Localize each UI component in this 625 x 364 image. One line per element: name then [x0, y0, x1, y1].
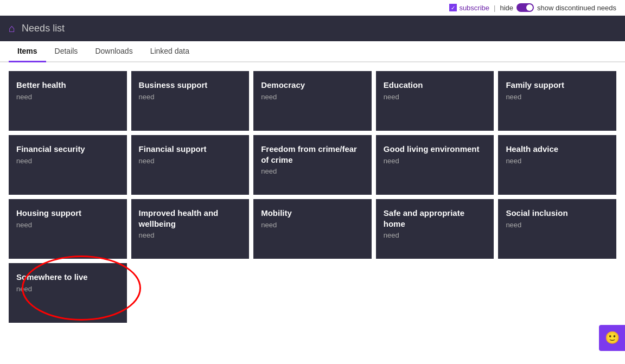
- grid-item-title: Improved health and wellbeing: [139, 208, 242, 229]
- grid-item-subtitle: need: [261, 221, 364, 229]
- grid-item-better-health[interactable]: Better healthneed: [9, 71, 127, 131]
- grid-item-social-inclusion[interactable]: Social inclusionneed: [498, 199, 616, 259]
- discontinued-toggle[interactable]: [516, 3, 534, 12]
- grid-item-title: Mobility: [261, 208, 364, 219]
- grid-item-subtitle: need: [384, 157, 487, 165]
- subscribe-label[interactable]: subscribe: [459, 4, 489, 12]
- grid-item-title: Financial security: [16, 144, 119, 155]
- subscribe-checkbox[interactable]: ✓: [449, 4, 457, 11]
- grid-item-somewhere-to-live[interactable]: Somewhere to liveneed: [9, 263, 127, 323]
- show-discontinued-label: show discontinued needs: [537, 4, 616, 12]
- grid-item-subtitle: need: [139, 93, 242, 101]
- tab-downloads[interactable]: Downloads: [86, 41, 141, 62]
- tab-items[interactable]: Items: [9, 41, 46, 62]
- grid-item-title: Democracy: [261, 80, 364, 91]
- grid-item-subtitle: need: [506, 221, 609, 229]
- tab-bar: Items Details Downloads Linked data: [0, 41, 625, 62]
- grid-item-title: Health advice: [506, 144, 609, 155]
- grid-item-title: Housing support: [16, 208, 119, 219]
- tab-linked-data[interactable]: Linked data: [142, 41, 198, 62]
- grid-item-title: Business support: [139, 80, 242, 91]
- chat-icon: 🙂: [605, 331, 620, 331]
- grid-item-subtitle: need: [139, 231, 242, 239]
- page-title: Needs list: [22, 23, 65, 34]
- grid-item-title: Family support: [506, 80, 609, 91]
- grid-item-title: Somewhere to live: [16, 272, 119, 283]
- grid-item-business-support[interactable]: Business supportneed: [131, 71, 250, 131]
- grid-item-subtitle: need: [16, 93, 119, 101]
- grid-item-subtitle: need: [506, 157, 609, 165]
- grid-item-safe-home[interactable]: Safe and appropriate homeneed: [376, 199, 494, 259]
- home-icon[interactable]: ⌂: [9, 22, 15, 35]
- grid-item-subtitle: need: [384, 93, 487, 101]
- grid-item-title: Good living environment: [384, 144, 487, 155]
- grid-item-title: Financial support: [139, 144, 242, 155]
- grid-item-subtitle: need: [261, 93, 364, 101]
- page-header: ⌂ Needs list: [0, 16, 625, 41]
- grid-item-freedom-from-crime[interactable]: Freedom from crime/fear of crimeneed: [253, 135, 372, 195]
- grid-item-subtitle: need: [261, 167, 364, 175]
- grid-item-title: Education: [384, 80, 487, 91]
- grid-item-subtitle: need: [139, 157, 242, 165]
- grid-item-health-advice[interactable]: Health adviceneed: [498, 135, 616, 195]
- grid-item-subtitle: need: [16, 157, 119, 165]
- grid-item-improved-health[interactable]: Improved health and wellbeingneed: [131, 199, 250, 259]
- grid-item-mobility[interactable]: Mobilityneed: [253, 199, 372, 259]
- grid-item-title: Freedom from crime/fear of crime: [261, 144, 364, 165]
- subscribe-area[interactable]: ✓ subscribe: [449, 4, 489, 12]
- needs-grid: Better healthneedBusiness supportneedDem…: [0, 71, 625, 331]
- grid-item-title: Social inclusion: [506, 208, 609, 219]
- grid-item-subtitle: need: [16, 221, 119, 229]
- grid-item-financial-security[interactable]: Financial securityneed: [9, 135, 127, 195]
- chat-button[interactable]: 🙂: [599, 325, 625, 331]
- toggle-area: hide show discontinued needs: [500, 3, 616, 12]
- grid-item-financial-support[interactable]: Financial supportneed: [131, 135, 250, 195]
- top-bar: ✓ subscribe | hide show discontinued nee…: [0, 0, 625, 16]
- separator: |: [494, 4, 495, 12]
- grid-item-democracy[interactable]: Democracyneed: [253, 71, 372, 131]
- grid-item-title: Safe and appropriate home: [384, 208, 487, 229]
- grid-item-good-living-environment[interactable]: Good living environmentneed: [376, 135, 494, 195]
- hide-label: hide: [500, 4, 513, 12]
- grid-item-education[interactable]: Educationneed: [376, 71, 494, 131]
- tab-details[interactable]: Details: [46, 41, 87, 62]
- grid-item-family-support[interactable]: Family supportneed: [498, 71, 616, 131]
- grid-item-title: Better health: [16, 80, 119, 91]
- grid-item-housing-support[interactable]: Housing supportneed: [9, 199, 127, 259]
- grid-item-subtitle: need: [16, 285, 119, 293]
- grid-item-subtitle: need: [384, 231, 487, 239]
- grid-item-subtitle: need: [506, 93, 609, 101]
